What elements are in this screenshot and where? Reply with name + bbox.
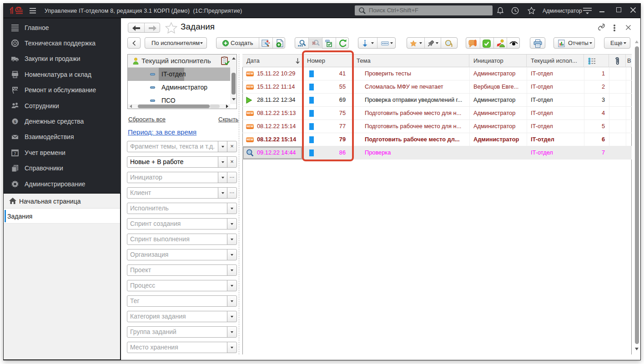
- svg-text:7: 7: [14, 151, 16, 156]
- svg-text:s: s: [14, 119, 16, 124]
